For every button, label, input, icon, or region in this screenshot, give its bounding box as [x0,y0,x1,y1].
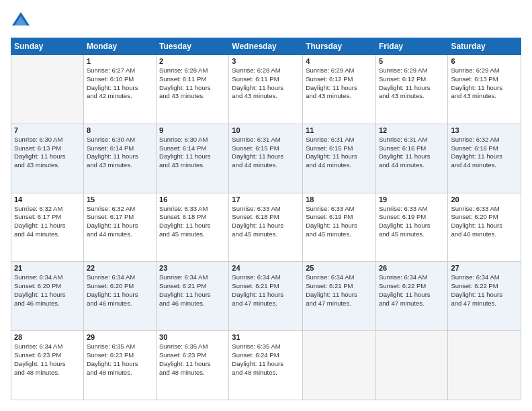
day-number: 15 [87,195,153,203]
calendar-cell: 18Sunrise: 6:33 AMSunset: 6:19 PMDayligh… [303,193,376,262]
day-info: Sunrise: 6:31 AMSunset: 6:15 PMDaylight:… [306,136,373,170]
day-number: 21 [14,264,81,272]
day-number: 31 [232,333,300,341]
day-number: 17 [232,195,300,203]
calendar-week-row: 21Sunrise: 6:34 AMSunset: 6:20 PMDayligh… [11,262,521,331]
weekday-header: Sunday [11,38,84,55]
day-number: 22 [87,264,153,272]
day-info: Sunrise: 6:28 AMSunset: 6:11 PMDaylight:… [159,66,226,101]
calendar-cell: 9Sunrise: 6:30 AMSunset: 6:14 PMDaylight… [157,124,229,193]
day-info: Sunrise: 6:30 AMSunset: 6:13 PMDaylight:… [14,136,81,170]
calendar-cell [303,331,376,400]
calendar-cell [375,331,447,400]
calendar-cell: 29Sunrise: 6:35 AMSunset: 6:23 PMDayligh… [83,331,156,400]
day-info: Sunrise: 6:33 AMSunset: 6:19 PMDaylight:… [379,205,445,239]
day-info: Sunrise: 6:29 AMSunset: 6:12 PMDaylight:… [306,66,373,101]
calendar-cell: 11Sunrise: 6:31 AMSunset: 6:15 PMDayligh… [303,124,376,193]
calendar-cell: 6Sunrise: 6:29 AMSunset: 6:13 PMDaylight… [448,55,521,124]
calendar-cell [11,55,84,124]
calendar-table: SundayMondayTuesdayWednesdayThursdayFrid… [11,38,521,400]
calendar-cell: 27Sunrise: 6:34 AMSunset: 6:22 PMDayligh… [448,262,521,331]
calendar-cell: 28Sunrise: 6:34 AMSunset: 6:23 PMDayligh… [11,331,84,400]
day-number: 23 [159,264,226,272]
calendar-cell: 4Sunrise: 6:29 AMSunset: 6:12 PMDaylight… [303,55,376,124]
day-info: Sunrise: 6:28 AMSunset: 6:11 PMDaylight:… [232,66,300,101]
calendar-week-row: 1Sunrise: 6:27 AMSunset: 6:10 PMDaylight… [11,55,521,124]
calendar-cell: 22Sunrise: 6:34 AMSunset: 6:20 PMDayligh… [83,262,156,331]
day-info: Sunrise: 6:27 AMSunset: 6:10 PMDaylight:… [87,66,153,101]
calendar-cell: 15Sunrise: 6:32 AMSunset: 6:17 PMDayligh… [83,193,156,262]
calendar-week-row: 28Sunrise: 6:34 AMSunset: 6:23 PMDayligh… [11,331,521,400]
day-info: Sunrise: 6:35 AMSunset: 6:24 PMDaylight:… [232,342,300,377]
day-info: Sunrise: 6:33 AMSunset: 6:20 PMDaylight:… [451,205,518,239]
page: SundayMondayTuesdayWednesdayThursdayFrid… [0,0,532,411]
calendar-cell: 16Sunrise: 6:33 AMSunset: 6:18 PMDayligh… [157,193,229,262]
calendar-cell: 12Sunrise: 6:31 AMSunset: 6:16 PMDayligh… [375,124,447,193]
weekday-header: Tuesday [157,38,229,55]
day-info: Sunrise: 6:33 AMSunset: 6:18 PMDaylight:… [232,205,300,239]
weekday-header: Friday [375,38,447,55]
calendar-week-row: 7Sunrise: 6:30 AMSunset: 6:13 PMDaylight… [11,124,521,193]
day-info: Sunrise: 6:32 AMSunset: 6:17 PMDaylight:… [14,205,81,239]
day-number: 26 [379,264,445,272]
day-number: 5 [379,57,445,65]
calendar-cell: 8Sunrise: 6:30 AMSunset: 6:14 PMDaylight… [83,124,156,193]
day-number: 28 [14,333,81,341]
day-info: Sunrise: 6:34 AMSunset: 6:20 PMDaylight:… [87,273,153,308]
calendar-cell: 25Sunrise: 6:34 AMSunset: 6:21 PMDayligh… [303,262,376,331]
day-number: 29 [87,333,153,341]
day-number: 16 [159,195,226,203]
day-info: Sunrise: 6:32 AMSunset: 6:16 PMDaylight:… [451,136,518,170]
day-number: 8 [87,126,153,134]
day-info: Sunrise: 6:30 AMSunset: 6:14 PMDaylight:… [87,136,153,170]
day-number: 2 [159,57,226,65]
day-number: 19 [379,195,445,203]
day-info: Sunrise: 6:32 AMSunset: 6:17 PMDaylight:… [87,205,153,239]
weekday-header: Thursday [303,38,376,55]
calendar-cell: 14Sunrise: 6:32 AMSunset: 6:17 PMDayligh… [11,193,84,262]
logo-icon [11,11,31,31]
day-number: 27 [451,264,518,272]
calendar-cell: 5Sunrise: 6:29 AMSunset: 6:12 PMDaylight… [375,55,447,124]
calendar-cell: 31Sunrise: 6:35 AMSunset: 6:24 PMDayligh… [229,331,303,400]
calendar-cell [448,331,521,400]
calendar-cell: 26Sunrise: 6:34 AMSunset: 6:22 PMDayligh… [375,262,447,331]
day-number: 9 [159,126,226,134]
day-info: Sunrise: 6:34 AMSunset: 6:21 PMDaylight:… [159,273,226,308]
day-number: 24 [232,264,300,272]
calendar-cell: 24Sunrise: 6:34 AMSunset: 6:21 PMDayligh… [229,262,303,331]
day-number: 7 [14,126,81,134]
calendar-cell: 1Sunrise: 6:27 AMSunset: 6:10 PMDaylight… [83,55,156,124]
day-info: Sunrise: 6:31 AMSunset: 6:16 PMDaylight:… [379,136,445,170]
calendar-week-row: 14Sunrise: 6:32 AMSunset: 6:17 PMDayligh… [11,193,521,262]
day-number: 13 [451,126,518,134]
day-number: 20 [451,195,518,203]
day-number: 3 [232,57,300,65]
weekday-header: Saturday [448,38,521,55]
day-info: Sunrise: 6:35 AMSunset: 6:23 PMDaylight:… [87,342,153,377]
day-number: 6 [451,57,518,65]
day-info: Sunrise: 6:33 AMSunset: 6:18 PMDaylight:… [159,205,226,239]
day-info: Sunrise: 6:34 AMSunset: 6:22 PMDaylight:… [379,273,445,308]
day-number: 10 [232,126,300,134]
calendar-cell: 30Sunrise: 6:35 AMSunset: 6:23 PMDayligh… [157,331,229,400]
calendar-cell: 17Sunrise: 6:33 AMSunset: 6:18 PMDayligh… [229,193,303,262]
day-info: Sunrise: 6:33 AMSunset: 6:19 PMDaylight:… [306,205,373,239]
calendar-cell: 13Sunrise: 6:32 AMSunset: 6:16 PMDayligh… [448,124,521,193]
day-info: Sunrise: 6:34 AMSunset: 6:22 PMDaylight:… [451,273,518,308]
day-number: 14 [14,195,81,203]
day-number: 11 [306,126,373,134]
weekday-header: Monday [83,38,156,55]
weekday-header: Wednesday [229,38,303,55]
day-number: 1 [87,57,153,65]
day-number: 4 [306,57,373,65]
day-number: 12 [379,126,445,134]
day-info: Sunrise: 6:34 AMSunset: 6:23 PMDaylight:… [14,342,81,377]
calendar-cell: 7Sunrise: 6:30 AMSunset: 6:13 PMDaylight… [11,124,84,193]
calendar-cell: 21Sunrise: 6:34 AMSunset: 6:20 PMDayligh… [11,262,84,331]
day-number: 25 [306,264,373,272]
header [11,11,521,31]
logo [11,11,34,31]
day-number: 18 [306,195,373,203]
calendar-cell: 10Sunrise: 6:31 AMSunset: 6:15 PMDayligh… [229,124,303,193]
